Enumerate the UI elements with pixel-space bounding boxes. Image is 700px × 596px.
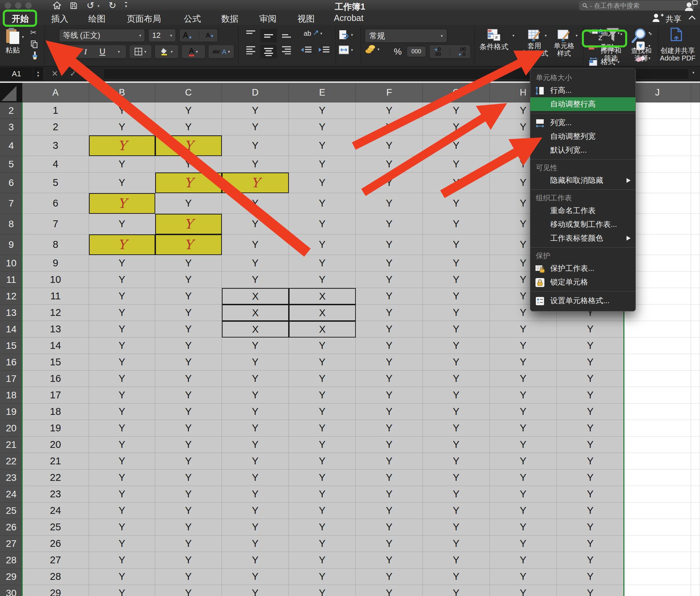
cell-G6[interactable]: Y	[423, 173, 490, 193]
cell-H27[interactable]: Y	[490, 536, 557, 552]
row-header-7[interactable]: 7	[0, 193, 22, 214]
cell-E29[interactable]: Y	[289, 569, 356, 585]
cell-B15[interactable]: Y	[89, 338, 155, 354]
cell-A21[interactable]: 20	[22, 437, 89, 453]
cell-G25[interactable]: Y	[423, 503, 490, 519]
cell-D29[interactable]: Y	[222, 569, 289, 585]
cancel-entry-icon[interactable]: ✕	[52, 69, 58, 78]
cell-J19[interactable]	[624, 404, 691, 420]
search-input[interactable]: ⌄ 在工作表中搜索	[579, 1, 694, 10]
cell-F8[interactable]: Y	[356, 214, 423, 234]
align-top-button[interactable]	[242, 30, 259, 38]
cell-C22[interactable]: Y	[155, 453, 222, 470]
menu-item-default-column-width[interactable]: 默认列宽...	[530, 143, 635, 157]
cell-A16[interactable]: 15	[22, 354, 89, 371]
cell-D10[interactable]: Y	[222, 255, 289, 272]
cell-B4[interactable]: Y	[89, 135, 155, 156]
cell-D5[interactable]: Y	[222, 156, 289, 173]
cell-F16[interactable]: Y	[356, 354, 423, 371]
cell-C2[interactable]: Y	[155, 102, 222, 119]
cell-D3[interactable]: Y	[222, 119, 289, 135]
cell-J21[interactable]	[624, 437, 691, 453]
cell-F28[interactable]: Y	[356, 552, 423, 569]
row-header-12[interactable]: 12	[0, 288, 22, 305]
number-format-select[interactable]: 常规 ▾	[365, 29, 447, 43]
cell-C26[interactable]: Y	[155, 519, 222, 536]
cell-G22[interactable]: Y	[423, 453, 490, 470]
cell-I19[interactable]: Y	[557, 404, 624, 420]
cell-F27[interactable]: Y	[356, 536, 423, 552]
cell-C29[interactable]: Y	[155, 569, 222, 585]
row-header-14[interactable]: 14	[0, 321, 22, 338]
row-header-20[interactable]: 20	[0, 420, 22, 437]
cell-B13[interactable]: Y	[89, 305, 155, 321]
cell-G4[interactable]: Y	[423, 135, 490, 156]
cell-extra-27[interactable]	[691, 536, 700, 552]
cell-B6[interactable]: Y	[89, 173, 155, 193]
name-box-stepper[interactable]: ▲▼	[33, 67, 43, 80]
row-header-13[interactable]: 13	[0, 305, 22, 321]
cell-extra-26[interactable]	[691, 519, 700, 536]
fill-color-button[interactable]: ▾	[155, 45, 179, 58]
cell-extra-5[interactable]	[691, 156, 700, 173]
cell-A17[interactable]: 16	[22, 371, 89, 387]
cell-E11[interactable]: Y	[289, 272, 356, 288]
cell-E21[interactable]: Y	[289, 437, 356, 453]
cell-D7[interactable]: Y	[222, 193, 289, 214]
cell-extra-4[interactable]	[691, 135, 700, 156]
cell-D9[interactable]: Y	[222, 234, 289, 255]
cell-G15[interactable]: Y	[423, 338, 490, 354]
cell-G24[interactable]: Y	[423, 486, 490, 503]
italic-button[interactable]: I	[84, 47, 87, 56]
cell-styles-dropdown-icon[interactable]: ▾	[576, 34, 578, 37]
cell-F18[interactable]: Y	[356, 387, 423, 404]
cell-G3[interactable]: Y	[423, 119, 490, 135]
cell-E24[interactable]: Y	[289, 486, 356, 503]
cell-B27[interactable]: Y	[89, 536, 155, 552]
cell-G10[interactable]: Y	[423, 255, 490, 272]
cell-extra-25[interactable]	[691, 503, 700, 519]
align-left-button[interactable]	[242, 45, 259, 54]
row-header-9[interactable]: 9	[0, 234, 22, 255]
row-header-4[interactable]: 4	[0, 135, 22, 156]
cell-J28[interactable]	[624, 552, 691, 569]
cell-E6[interactable]: Y	[289, 173, 356, 193]
font-size-select[interactable]: 12 ▾	[148, 29, 176, 42]
cell-B30[interactable]: Y	[89, 585, 155, 596]
paste-dropdown-icon[interactable]: ▾	[22, 35, 24, 39]
cell-A30[interactable]: 29	[22, 585, 89, 596]
cell-A9[interactable]: 8	[22, 234, 89, 255]
cell-E5[interactable]: Y	[289, 156, 356, 173]
bold-button[interactable]: B	[66, 47, 71, 56]
cell-D15[interactable]: Y	[222, 338, 289, 354]
menu-item-autofit-row-height[interactable]: 自动调整行高	[530, 97, 635, 111]
cell-A14[interactable]: 13	[22, 321, 89, 338]
cell-E15[interactable]: Y	[289, 338, 356, 354]
cell-D19[interactable]: Y	[222, 404, 289, 420]
format-as-table-button[interactable]: 套用表格格式	[521, 29, 548, 57]
cell-C20[interactable]: Y	[155, 420, 222, 437]
cell-I28[interactable]: Y	[557, 552, 624, 569]
cell-D28[interactable]: Y	[222, 552, 289, 569]
cell-B26[interactable]: Y	[89, 519, 155, 536]
row-header-29[interactable]: 29	[0, 569, 22, 585]
cell-I22[interactable]: Y	[557, 453, 624, 470]
cell-I25[interactable]: Y	[557, 503, 624, 519]
cell-J25[interactable]	[624, 503, 691, 519]
menu-item-rename-sheet[interactable]: 重命名工作表	[530, 204, 635, 218]
cell-I27[interactable]: Y	[557, 536, 624, 552]
cell-extra-16[interactable]	[691, 354, 700, 371]
cell-A6[interactable]: 5	[22, 173, 89, 193]
cell-C19[interactable]: Y	[155, 404, 222, 420]
row-header-23[interactable]: 23	[0, 470, 22, 486]
cell-extra-9[interactable]	[691, 234, 700, 255]
cell-C18[interactable]: Y	[155, 387, 222, 404]
cell-C17[interactable]: Y	[155, 371, 222, 387]
cell-C7[interactable]: Y	[155, 193, 222, 214]
wrap-text-button[interactable]: ▾	[339, 30, 353, 40]
cell-J16[interactable]	[624, 354, 691, 371]
cell-G9[interactable]: Y	[423, 234, 490, 255]
align-center-button[interactable]	[260, 45, 277, 58]
cell-C21[interactable]: Y	[155, 437, 222, 453]
row-header-27[interactable]: 27	[0, 536, 22, 552]
